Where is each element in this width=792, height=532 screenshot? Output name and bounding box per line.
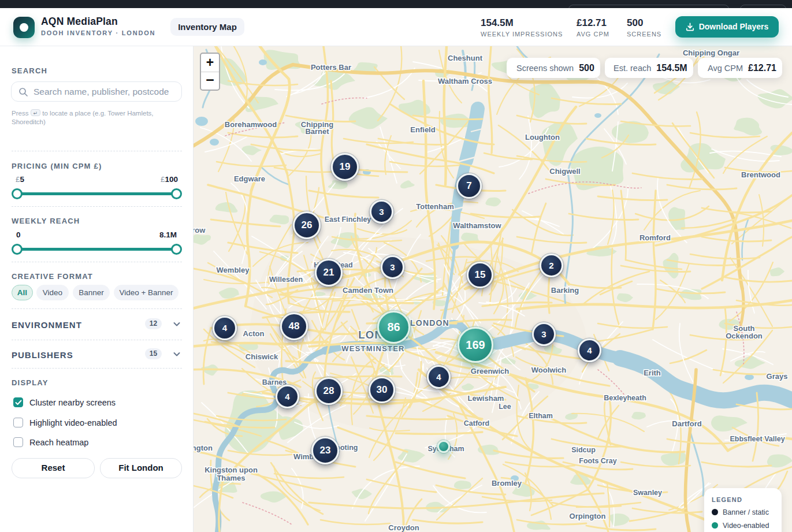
- svg-text:East Finchley: East Finchley: [325, 215, 371, 224]
- svg-text:Enfield: Enfield: [410, 125, 435, 134]
- svg-text:Barking: Barking: [551, 286, 579, 295]
- svg-text:Chipping Ongar: Chipping Ongar: [683, 49, 739, 57]
- svg-text:WESTMINSTER: WESTMINSTER: [341, 344, 404, 353]
- svg-text:Lee: Lee: [499, 403, 511, 411]
- svg-text:Ebbsfleet Valley: Ebbsfleet Valley: [730, 435, 784, 443]
- svg-text:Romford: Romford: [639, 233, 671, 242]
- svg-text:Bexleyheath: Bexleyheath: [604, 394, 646, 402]
- svg-text:Harrow: Harrow: [194, 226, 206, 235]
- svg-text:Sidcup: Sidcup: [571, 446, 596, 454]
- svg-text:Kingston upon: Kingston upon: [204, 466, 258, 474]
- svg-text:Willesden: Willesden: [269, 276, 303, 284]
- svg-text:LONDON: LONDON: [410, 318, 449, 328]
- svg-text:Borehamwood: Borehamwood: [225, 120, 277, 129]
- svg-text:Croydon: Croydon: [388, 523, 419, 532]
- svg-text:Tottenham: Tottenham: [416, 202, 453, 211]
- svg-text:Foots Cray: Foots Cray: [579, 457, 616, 465]
- svg-text:Brentwood: Brentwood: [741, 170, 780, 179]
- svg-text:Swanley: Swanley: [633, 489, 662, 497]
- svg-text:Thames: Thames: [217, 474, 245, 482]
- svg-text:Orpington: Orpington: [570, 512, 606, 520]
- svg-text:Bromley: Bromley: [492, 479, 522, 488]
- svg-text:Eltham: Eltham: [529, 412, 553, 420]
- svg-text:Camden Town: Camden Town: [343, 286, 393, 295]
- svg-text:Lewisham: Lewisham: [468, 394, 504, 403]
- svg-text:Chigwell: Chigwell: [549, 167, 580, 176]
- svg-text:Wembley: Wembley: [217, 266, 250, 274]
- svg-text:Acton: Acton: [243, 329, 265, 338]
- svg-text:Grays: Grays: [767, 372, 788, 381]
- svg-text:Erith: Erith: [644, 369, 661, 377]
- svg-text:Greenwich: Greenwich: [471, 367, 510, 375]
- svg-text:Barnet: Barnet: [305, 127, 329, 136]
- svg-text:Edgware: Edgware: [234, 174, 265, 183]
- svg-text:Potters Bar: Potters Bar: [311, 63, 351, 72]
- svg-text:Teddington: Teddington: [194, 444, 213, 452]
- svg-text:Loughton: Loughton: [525, 133, 560, 142]
- svg-text:Walthamstow: Walthamstow: [453, 221, 501, 230]
- svg-text:Cheshunt: Cheshunt: [448, 54, 483, 62]
- svg-text:Woolwich: Woolwich: [531, 366, 566, 374]
- svg-text:Dartford: Dartford: [672, 419, 701, 428]
- svg-text:Chiswick: Chiswick: [246, 352, 278, 361]
- svg-text:Catford: Catford: [464, 419, 489, 427]
- svg-text:Ockendon: Ockendon: [726, 332, 763, 340]
- svg-text:Waltham Cross: Waltham Cross: [438, 77, 492, 85]
